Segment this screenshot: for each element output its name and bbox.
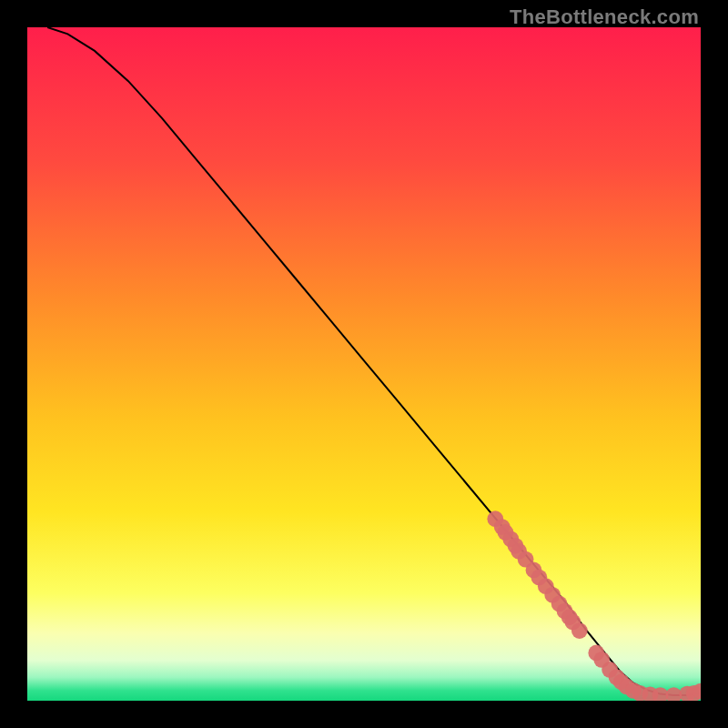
plot-area — [27, 27, 701, 701]
markers-group — [487, 511, 701, 701]
data-marker — [571, 622, 588, 639]
chart-overlay — [27, 27, 701, 701]
curve-line — [47, 27, 701, 695]
watermark-text: TheBottleneck.com — [510, 5, 699, 29]
chart-stage: TheBottleneck.com — [0, 0, 728, 728]
